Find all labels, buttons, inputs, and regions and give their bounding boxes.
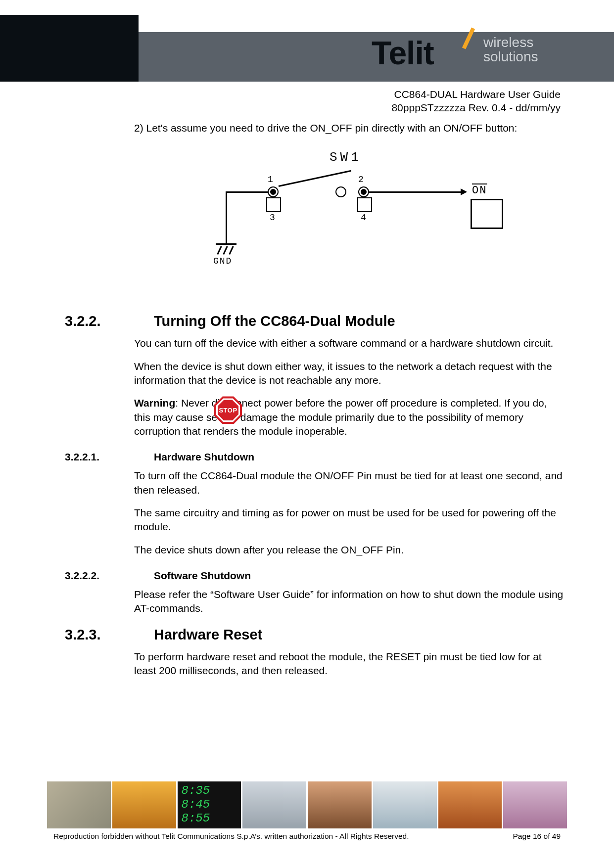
wire xyxy=(471,199,472,228)
logo-mark: Telit xyxy=(372,25,475,74)
subsection-title: Hardware Shutdown xyxy=(154,451,254,463)
section-heading-323: 3.2.3. Hardware Reset xyxy=(134,627,565,643)
wire xyxy=(471,228,503,229)
document-meta: CC864-DUAL Hardware User Guide 80pppSTzz… xyxy=(391,88,561,115)
clock-time-3: 8:55 xyxy=(182,812,210,824)
body-text: When the device is shut down either way,… xyxy=(134,360,565,388)
footer-tile xyxy=(47,781,111,828)
open-terminal xyxy=(335,186,346,197)
arrow-icon xyxy=(461,188,467,195)
body-text: To turn off the CC864-Dual module the ON… xyxy=(134,469,565,497)
tagline-line1: wireless xyxy=(483,35,538,49)
pin3-box xyxy=(266,197,281,212)
body-text: The same circuitry and timing as for pow… xyxy=(134,506,565,534)
body-text: The device shuts down after you release … xyxy=(134,543,565,557)
footer-tile xyxy=(503,781,567,828)
pin4-box xyxy=(357,197,372,212)
warning-icon-column: STOP xyxy=(214,396,242,424)
footer-tile xyxy=(112,781,176,828)
switch-arm xyxy=(279,170,351,187)
gnd-icon xyxy=(216,243,236,245)
footer-tile xyxy=(373,781,437,828)
stop-icon-label: STOP xyxy=(219,407,237,414)
stop-icon: STOP xyxy=(214,396,242,424)
wire xyxy=(471,199,503,200)
pin4-label: 4 xyxy=(361,213,366,223)
section-heading-322: 3.2.2. Turning Off the CC864-Dual Module xyxy=(134,313,565,329)
warning-label: Warning xyxy=(134,397,175,409)
page-header: Telit wireless solutions xyxy=(0,15,614,82)
wire xyxy=(369,191,461,193)
doc-revision: 80pppSTzzzzza Rev. 0.4 - dd/mm/yy xyxy=(391,101,561,114)
pin3-label: 3 xyxy=(270,213,275,223)
pin1-label: 1 xyxy=(268,175,273,184)
on-label: ON xyxy=(472,184,487,197)
footer-page: Page 16 of 49 xyxy=(513,832,561,841)
subsection-heading-3222: 3.2.2.2. Software Shutdown xyxy=(134,570,565,582)
warning-body: : Never disconnect power before the powe… xyxy=(134,397,547,437)
logo-tagline: wireless solutions xyxy=(483,35,538,64)
subsection-number: 3.2.2.2. xyxy=(65,570,154,582)
logo-text: Telit xyxy=(372,34,434,72)
header-dark-block xyxy=(0,15,139,82)
subsection-heading-3221: 3.2.2.1. Hardware Shutdown xyxy=(134,451,565,463)
section-number: 3.2.2. xyxy=(65,313,154,329)
intro-paragraph: 2) Let's assume you need to drive the ON… xyxy=(134,121,565,135)
section-number: 3.2.3. xyxy=(65,627,154,643)
wire xyxy=(502,199,503,228)
footer-tile xyxy=(438,781,502,828)
footer-tile-clock: 8:35 8:45 8:55 xyxy=(178,781,241,828)
page-content: 2) Let's assume you need to drive the ON… xyxy=(134,121,565,687)
circuit-diagram: SW1 1 3 2 4 ON xyxy=(196,150,503,278)
section-title: Turning Off the CC864-Dual Module xyxy=(154,313,395,329)
clock-time-2: 8:45 xyxy=(182,798,210,811)
section-title: Hardware Reset xyxy=(154,627,262,643)
switch-label: SW1 xyxy=(330,150,362,165)
footer-tile xyxy=(242,781,306,828)
wire xyxy=(226,191,268,193)
logo: Telit wireless solutions xyxy=(372,22,560,77)
body-text: Please refer the “Software User Guide” f… xyxy=(134,588,565,616)
footer-tile xyxy=(308,781,372,828)
footer-line: Reproduction forbidden without Telit Com… xyxy=(53,832,561,841)
doc-title: CC864-DUAL Hardware User Guide xyxy=(391,88,561,101)
body-text: You can turn off the device with either … xyxy=(134,336,565,350)
logo-accent-icon xyxy=(462,27,475,49)
gnd-label: GND xyxy=(213,256,232,266)
footer-legal: Reproduction forbidden without Telit Com… xyxy=(53,832,409,841)
subsection-title: Software Shutdown xyxy=(154,570,251,582)
warning-paragraph: Warning: Never disconnect power before t… xyxy=(134,396,565,438)
clock-time-1: 8:35 xyxy=(182,784,210,797)
pin2-label: 2 xyxy=(358,175,364,184)
subsection-number: 3.2.2.1. xyxy=(65,451,154,463)
footer-image-strip: 8:35 8:45 8:55 xyxy=(47,781,567,828)
body-text: To perform hardware reset and reboot the… xyxy=(134,650,565,678)
tagline-line2: solutions xyxy=(483,49,538,64)
wire xyxy=(226,191,227,243)
